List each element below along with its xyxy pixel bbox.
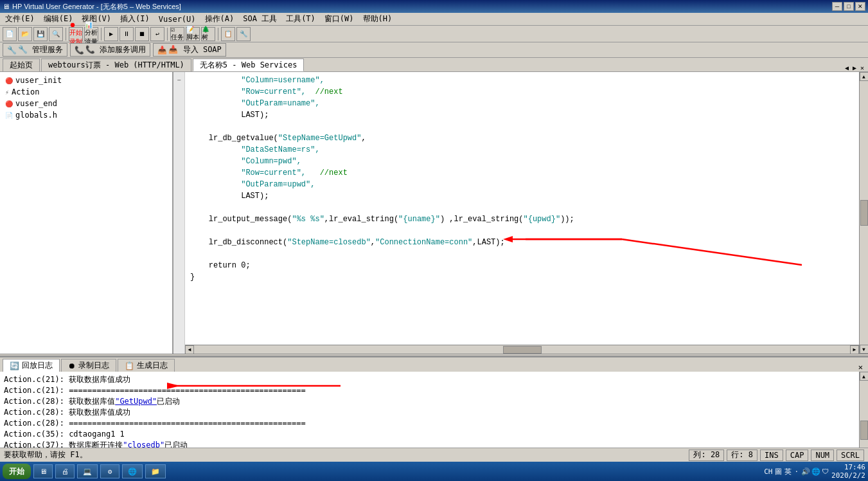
toolbar-pause[interactable]: ⏸ (120, 27, 134, 41)
vscroll-up[interactable]: ▲ (860, 72, 869, 81)
log-tab-record[interactable]: ⏺ 录制日志 (61, 359, 116, 372)
toolbar-script[interactable]: 📝 脚本 (186, 27, 200, 41)
tab-webservices[interactable]: 无名称5 - Web Services (193, 59, 305, 71)
tab-close[interactable]: ✕ (859, 64, 865, 71)
status-col: 列: 28 (689, 449, 724, 461)
toolbar-stop[interactable]: ⏹ (135, 27, 149, 41)
taskbar-input-mode: 圖 (775, 467, 782, 476)
menu-actions[interactable]: 操作(A) (201, 13, 238, 25)
menu-vuser[interactable]: Vuser(U) (155, 14, 200, 24)
taskbar-icon-2[interactable]: 🖨 (55, 464, 75, 478)
menu-tools[interactable]: 工具(T) (282, 13, 319, 25)
tab-start[interactable]: 起始页 (3, 59, 40, 71)
log-tab-generate-icon: 📋 (125, 361, 134, 370)
btn-import-soap[interactable]: 📥 📥 导入 SOAP (153, 43, 226, 57)
toolbar-save[interactable]: 💾 (33, 27, 48, 41)
tab-webtours[interactable]: webtours订票 - Web (HTTP/HTML) (41, 59, 191, 71)
code-line: "OutParam=upwd", (190, 179, 854, 190)
status-bar: 要获取帮助，请按 F1。 列: 28 行: 8 INS CAP NUM SCRL (0, 448, 868, 462)
menu-window[interactable]: 窗口(W) (321, 13, 358, 25)
menu-file[interactable]: 文件(E) (1, 13, 39, 25)
hscroll-left[interactable]: ◀ (185, 345, 194, 354)
taskbar-icon-5[interactable]: 🌐 (122, 464, 143, 478)
minimize-button[interactable]: ─ (832, 2, 842, 11)
taskbar-icon-4[interactable]: ⚙️ (100, 464, 120, 478)
systray-icon-2: 🌐 (811, 467, 820, 476)
status-row: 行: 8 (727, 449, 757, 461)
clock-time: 17:46 (831, 463, 865, 471)
status-num: NUM (811, 449, 834, 461)
taskbar-icon-3[interactable]: 💻 (77, 464, 98, 478)
toolbar-step[interactable]: ↩ (150, 27, 164, 41)
toolbar-sep1 (66, 28, 66, 41)
title-bar-controls: ─ □ ✕ (832, 2, 865, 11)
taskbar: 开始 🖥 🖨 💻 ⚙️ 🌐 📁 CH 圖 英 · 🔊 🌐 🛡 17:46 202… (0, 462, 868, 481)
action-icon: ⚡ (5, 89, 9, 96)
menu-soa[interactable]: SOA 工具 (239, 13, 281, 25)
toolbar-record-start[interactable]: ⏺ 开始录制 (69, 27, 83, 41)
systray-icon-1: 🔊 (801, 467, 810, 476)
btn-add-service-call[interactable]: 📞 📞 添加服务调用 (70, 43, 150, 57)
code-line: "OutParam=uname", (190, 98, 854, 109)
code-line: return 0; (190, 260, 854, 271)
vscroll-down[interactable]: ▼ (860, 345, 869, 354)
taskbar-icon-6[interactable]: 📁 (145, 464, 166, 478)
action-label: Action (12, 87, 39, 96)
vscroll-thumb[interactable] (860, 200, 868, 226)
log-link-getupwd[interactable]: "GetUpwd" (115, 397, 157, 406)
import-soap-icon: 📥 (157, 46, 167, 55)
menu-help[interactable]: 帮助(H) (359, 13, 396, 25)
log-tab-playback-icon: 🔄 (10, 361, 19, 370)
toolbar-extra1[interactable]: 📋 (221, 27, 235, 41)
code-editor[interactable]: "Column=username", "Row=current", //next… (185, 72, 859, 354)
toolbar-sep3 (167, 28, 168, 41)
code-line: "Column=username", (190, 75, 854, 86)
code-line: lr_db_disconnect("StepName=closedb","Con… (190, 237, 854, 248)
menu-insert[interactable]: 插入(I) (116, 13, 154, 25)
code-line: "Row=current", //next (190, 86, 854, 98)
tree-item-vuser-init[interactable]: 🔴 vuser_init (3, 75, 170, 86)
status-scrl: SCRL (837, 449, 864, 461)
globals-label: globals.h (15, 111, 57, 120)
maximize-button[interactable]: □ (844, 2, 854, 11)
taskbar-right: CH 圖 英 · 🔊 🌐 🛡 17:46 2020/2/2 (764, 463, 865, 480)
title-bar-text: 🖥 HP Virtual User Generator - [无名称5 – We… (3, 2, 181, 12)
log-tab-playback[interactable]: 🔄 回放日志 (3, 359, 60, 372)
btn-manage-service[interactable]: 🔧 🔧 管理服务 (3, 43, 67, 57)
left-panel: 🔴 vuser_init ⚡ Action 🔴 vuser_end 📄 glob… (0, 72, 173, 354)
log-vscroll-thumb[interactable] (860, 421, 868, 440)
title-bar-title: HP Virtual User Generator - [无名称5 – Web … (12, 2, 181, 12)
toolbar-open[interactable]: 📂 (18, 27, 32, 41)
tree-item-globals[interactable]: 📄 globals.h (3, 109, 170, 121)
code-line: LAST); (190, 190, 854, 202)
toolbar-new[interactable]: 📄 (3, 27, 17, 41)
taskbar-icon-1[interactable]: 🖥 (33, 464, 53, 478)
code-line: "Row=current", //next (190, 167, 854, 179)
taskbar-clock: 17:46 2020/2/2 (831, 463, 865, 480)
toolbar-tree[interactable]: 🌲 树 (201, 27, 215, 41)
tab-prev[interactable]: ◀ (844, 64, 850, 71)
log-line: Action.c(21): 获取数据库值成功 (4, 374, 855, 385)
tree-item-action[interactable]: ⚡ Action (3, 86, 170, 98)
log-tab-generate[interactable]: 📋 生成日志 (118, 359, 175, 372)
vuser-end-label: vuser_end (15, 99, 57, 108)
hscroll-right[interactable]: ▶ (850, 345, 859, 354)
log-tab-record-label: 录制日志 (78, 360, 109, 371)
code-line: lr_output_message("%s %s",lr_eval_string… (190, 213, 854, 225)
toolbar-run[interactable]: ▶ (104, 27, 118, 41)
tab-next[interactable]: ▶ (851, 64, 858, 71)
log-line: Action.c(28): 获取数据库值成功 (4, 407, 855, 418)
taskbar-locale: 英 (784, 467, 792, 476)
add-service-icon: 📞 (75, 46, 84, 55)
log-vscroll-up[interactable]: ▲ (860, 372, 869, 381)
toolbar-extra2[interactable]: 🔧 (236, 27, 251, 41)
toolbar-tasks[interactable]: ☑ 任务 (170, 27, 184, 41)
toolbar-analyze[interactable]: 📊 分析流量 (84, 27, 98, 41)
taskbar-lang: CH (764, 467, 772, 476)
log-close-button[interactable]: ✕ (856, 363, 865, 372)
tree-item-vuser-end[interactable]: 🔴 vuser_end (3, 98, 170, 109)
close-button[interactable]: ✕ (855, 2, 865, 11)
toolbar-search[interactable]: 🔍 (49, 27, 63, 41)
hscroll-thumb[interactable] (503, 346, 542, 354)
start-button[interactable]: 开始 (3, 464, 31, 479)
